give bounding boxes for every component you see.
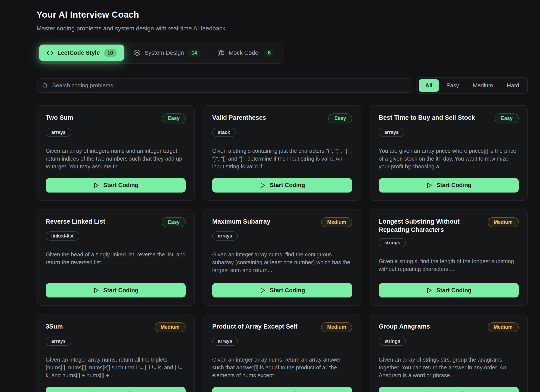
topic-tag: strings <box>379 238 406 247</box>
start-coding-label: Start Coding <box>270 182 305 189</box>
description-text: Given the head of a singly linked list, … <box>46 251 186 265</box>
start-coding-label: Start Coding <box>436 391 471 392</box>
filter-easy[interactable]: Easy <box>440 79 465 92</box>
description-text: Given a string s, find the length of the… <box>379 258 514 272</box>
filter-all[interactable]: All <box>419 79 439 92</box>
problem-title: Product of Array Except Self <box>212 322 297 331</box>
problem-description: Given an integer array nums, return all … <box>46 356 186 379</box>
problem-title: Maximum Subarray <box>212 217 270 226</box>
difficulty-badge: Easy <box>162 217 186 227</box>
card-header: Reverse Linked List Easy <box>46 217 186 227</box>
difficulty-badge: Easy <box>162 114 186 124</box>
play-icon <box>426 287 432 293</box>
problem-description: Given the head of a singly linked list, … <box>46 251 186 266</box>
start-coding-button[interactable]: Start Coding <box>379 178 519 193</box>
problem-card: Group Anagrams Medium strings Given an a… <box>370 314 528 392</box>
start-coding-label: Start Coding <box>436 287 471 294</box>
main-content: Your AI Interview Coach Master coding pr… <box>36 0 528 392</box>
tag-row: stack <box>212 128 352 137</box>
problem-title: Two Sum <box>46 114 73 122</box>
problem-description: Given an integer array nums, return an a… <box>212 356 352 379</box>
card-header: 3Sum Medium <box>46 322 186 332</box>
problem-title: Best Time to Buy and Sell Stock <box>379 114 475 122</box>
filter-medium[interactable]: Medium <box>466 79 499 92</box>
problem-title: 3Sum <box>46 322 63 331</box>
start-coding-button[interactable]: Start Coding <box>46 283 186 298</box>
play-icon <box>259 182 266 189</box>
problem-card: Best Time to Buy and Sell Stock Easy arr… <box>370 105 528 201</box>
start-coding-label: Start Coding <box>103 182 139 189</box>
search-input[interactable] <box>36 79 412 93</box>
start-coding-button[interactable]: Start Coding <box>379 387 519 392</box>
start-coding-label: Start Coding <box>270 287 305 294</box>
tab-count-badge: 10 <box>104 49 117 57</box>
topic-tag: linked-list <box>46 231 79 241</box>
problem-description: Given an array of integers nums and an i… <box>46 147 186 170</box>
problem-card: 3Sum Medium arrays Given an integer arra… <box>36 314 195 392</box>
problem-title: Longest Substring Without Repeating Char… <box>379 217 483 234</box>
tag-row: linked-list <box>46 231 186 241</box>
tag-row: arrays <box>379 128 519 137</box>
search-filter-row: All Easy Medium Hard <box>36 77 528 94</box>
problem-card: Valid Parentheses Easy stack Given a str… <box>203 105 361 201</box>
topic-tag: arrays <box>379 128 404 137</box>
start-coding-button[interactable]: Start Coding <box>46 178 186 193</box>
play-icon <box>426 391 432 392</box>
difficulty-badge: Medium <box>321 322 352 332</box>
layers-icon <box>134 49 141 56</box>
play-icon <box>259 391 266 392</box>
topic-tag: arrays <box>46 337 71 346</box>
tab-system-design[interactable]: System Design 14 <box>126 45 208 61</box>
description-text: Given an integer array nums, return an a… <box>212 357 341 378</box>
difficulty-badge: Medium <box>321 217 352 227</box>
card-header: Longest Substring Without Repeating Char… <box>379 217 519 234</box>
problem-description: Given an integer array nums, find the co… <box>212 251 352 275</box>
play-icon <box>93 182 99 189</box>
difficulty-badge: Medium <box>155 322 186 332</box>
start-coding-button[interactable]: Start Coding <box>212 283 352 298</box>
page-subtitle: Master coding problems and system design… <box>36 25 528 32</box>
card-header: Two Sum Easy <box>46 114 186 124</box>
search-box <box>36 79 412 93</box>
mode-tabs: LeetCode Style 10 System Design 14 <box>36 42 284 64</box>
description-text: Given an array of strings strs, group th… <box>379 357 506 378</box>
tag-row: arrays <box>212 337 352 346</box>
tab-label: System Design <box>145 50 184 56</box>
problem-card: Two Sum Easy arrays Given an array of in… <box>36 105 195 201</box>
start-coding-button[interactable]: Start Coding <box>212 387 352 392</box>
topic-tag: stack <box>212 128 236 137</box>
start-coding-button[interactable]: Start Coding <box>379 283 519 298</box>
problem-title: Valid Parentheses <box>212 114 266 122</box>
description-text: Given an integer array nums, find the co… <box>212 251 350 273</box>
difficulty-badge: Medium <box>488 217 519 227</box>
tab-label: Mock Coder <box>229 50 260 56</box>
problem-card: Reverse Linked List Easy linked-list Giv… <box>36 209 195 306</box>
start-coding-label: Start Coding <box>103 391 139 392</box>
description-text: You are given an array prices where pric… <box>379 148 516 169</box>
page-title: Your AI Interview Coach <box>36 10 528 20</box>
problem-title: Reverse Linked List <box>46 217 105 226</box>
topic-tag: arrays <box>212 337 238 346</box>
filter-hard[interactable]: Hard <box>500 79 526 92</box>
tab-mock-coder[interactable]: Mock Coder 6 <box>210 45 282 61</box>
card-header: Maximum Subarray Medium <box>212 217 352 227</box>
code-icon <box>46 49 54 56</box>
description-clipped-text: its sum. A subarray is a contiguous part… <box>212 274 352 275</box>
start-coding-button[interactable]: Start Coding <box>212 178 352 193</box>
bug-icon <box>218 49 225 56</box>
card-header: Best Time to Buy and Sell Stock Easy <box>379 114 519 124</box>
difficulty-filter-group: All Easy Medium Hard <box>416 77 528 94</box>
problem-description: You are given an array prices where pric… <box>379 147 519 170</box>
description-text: Given a string s containing just the cha… <box>212 148 351 169</box>
problem-description: Given a string s, find the length of the… <box>379 257 519 273</box>
tag-row: strings <box>379 238 519 247</box>
card-header: Group Anagrams Medium <box>379 322 519 332</box>
topic-tag: arrays <box>212 231 238 241</box>
tab-leetcode-style[interactable]: LeetCode Style 10 <box>39 45 124 61</box>
topic-tag: strings <box>379 337 406 346</box>
tag-row: strings <box>379 337 519 346</box>
tag-row: arrays <box>212 231 352 241</box>
start-coding-label: Start Coding <box>103 287 139 294</box>
description-text: Given an array of integers nums and an i… <box>46 148 182 169</box>
start-coding-button[interactable]: Start Coding <box>46 387 186 392</box>
